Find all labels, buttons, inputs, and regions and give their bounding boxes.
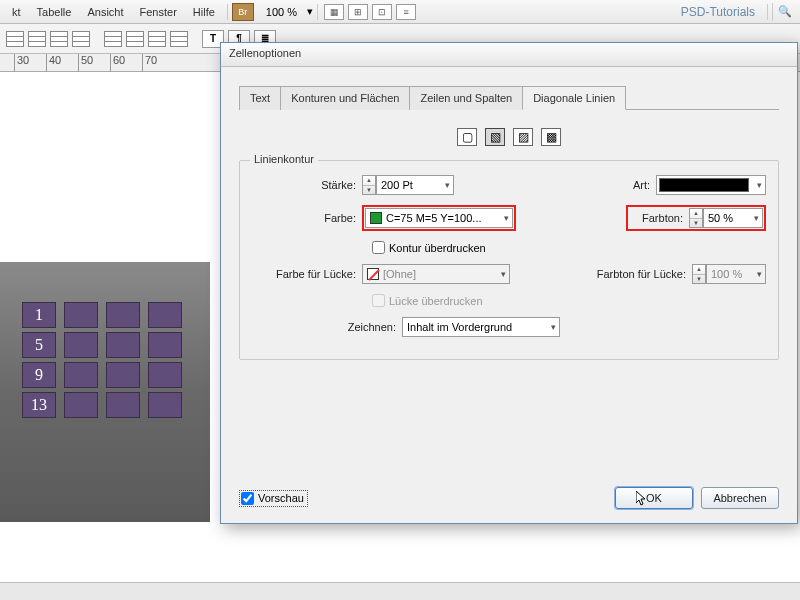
table-row[interactable]: 5 [22, 332, 182, 358]
tab-strip: Text Konturen und Flächen Zeilen und Spa… [239, 85, 779, 110]
ruler-tick: 30 [14, 54, 29, 72]
ruler-tick: 60 [110, 54, 125, 72]
table-cell[interactable]: 1 [22, 302, 56, 328]
zoom-value: 100 % [260, 4, 303, 20]
diag-bltr-icon[interactable]: ▧ [485, 128, 505, 146]
zoom-control[interactable]: 100 % ▾ [260, 4, 313, 20]
separator [317, 4, 318, 20]
table-cell[interactable] [106, 392, 140, 418]
table-cell[interactable] [148, 362, 182, 388]
view-icon-1[interactable]: ▦ [324, 4, 344, 20]
tint-field[interactable]: 50 % [703, 208, 763, 228]
tint-label: Farbton: [629, 212, 689, 224]
draw-label: Zeichnen: [252, 321, 402, 333]
color-swatch [370, 212, 382, 224]
table-cell[interactable] [64, 392, 98, 418]
checkbox-icon[interactable] [372, 241, 385, 254]
menu-item-tabelle[interactable]: Tabelle [29, 2, 80, 22]
view-icon-4[interactable]: ≡ [396, 4, 416, 20]
gap-color-label: Farbe für Lücke: [252, 268, 362, 280]
ruler-tick: 70 [142, 54, 157, 72]
overprint-gap-checkbox: Lücke überdrucken [372, 294, 766, 307]
menu-item-hilfe[interactable]: Hilfe [185, 2, 223, 22]
view-icon-2[interactable]: ⊞ [348, 4, 368, 20]
color-highlight: C=75 M=5 Y=100... [362, 205, 516, 231]
type-label: Art: [556, 179, 656, 191]
gap-tint-spinner: ▲▼ [692, 264, 706, 284]
draw-combo[interactable]: Inhalt im Vordergrund [402, 317, 560, 337]
table-cell[interactable]: 13 [22, 392, 56, 418]
cell-options-dialog: Zellenoptionen Text Konturen und Flächen… [220, 42, 798, 524]
chevron-down-icon: ▾ [307, 5, 313, 18]
dialog-title: Zellenoptionen [221, 43, 797, 67]
diag-tlbr-icon[interactable]: ▨ [513, 128, 533, 146]
ok-button[interactable]: OK [615, 487, 693, 509]
none-swatch [367, 268, 379, 280]
table-cell[interactable] [64, 302, 98, 328]
tab-diagonal-lines[interactable]: Diagonale Linien [522, 86, 626, 110]
weight-spinner[interactable]: ▲▼ [362, 175, 376, 195]
tint-spinner[interactable]: ▲▼ [689, 208, 703, 228]
tab-rows-cols[interactable]: Zeilen und Spalten [409, 86, 523, 110]
table-cell[interactable] [148, 302, 182, 328]
table-cell[interactable] [64, 332, 98, 358]
gap-tint-label: Farbton für Lücke: [572, 268, 692, 280]
gap-color-combo: [Ohne] [362, 264, 510, 284]
separator [767, 4, 768, 20]
align-icon[interactable] [104, 31, 122, 47]
checkbox-icon[interactable] [241, 492, 254, 505]
menu-item-ansicht[interactable]: Ansicht [79, 2, 131, 22]
overprint-stroke-checkbox[interactable]: Kontur überdrucken [372, 241, 766, 254]
table-row[interactable]: 1 [22, 302, 182, 328]
ruler-tick: 50 [78, 54, 93, 72]
table-cell[interactable]: 5 [22, 332, 56, 358]
table-cell[interactable] [148, 332, 182, 358]
gap-tint-field: 100 % [706, 264, 766, 284]
ruler-tick: 40 [46, 54, 61, 72]
weight-combo[interactable]: 200 Pt [376, 175, 454, 195]
tab-strokes-fills[interactable]: Konturen und Flächen [280, 86, 410, 110]
type-combo[interactable] [656, 175, 766, 195]
table-row[interactable]: 9 [22, 362, 182, 388]
align-icon[interactable] [28, 31, 46, 47]
weight-label: Stärke: [252, 179, 362, 191]
checkbox-icon [372, 294, 385, 307]
menu-item-kt[interactable]: kt [4, 2, 29, 22]
align-icon[interactable] [126, 31, 144, 47]
menu-item-fenster[interactable]: Fenster [132, 2, 185, 22]
group-title: Linienkontur [250, 153, 318, 165]
line-stroke-group: Linienkontur Stärke: ▲▼ 200 Pt Art: Farb… [239, 160, 779, 360]
view-icon-3[interactable]: ⊡ [372, 4, 392, 20]
align-icon[interactable] [72, 31, 90, 47]
table-cell[interactable] [106, 362, 140, 388]
table-cell[interactable]: 9 [22, 362, 56, 388]
bridge-button[interactable]: Br [232, 3, 254, 21]
preview-checkbox[interactable]: Vorschau [239, 490, 308, 507]
table-row[interactable]: 13 [22, 392, 182, 418]
color-combo[interactable]: C=75 M=5 Y=100... [365, 208, 513, 228]
align-icon[interactable] [148, 31, 166, 47]
align-icon[interactable] [50, 31, 68, 47]
search-icon[interactable]: 🔍 [772, 3, 796, 21]
horizontal-scrollbar[interactable] [0, 582, 800, 600]
tab-text[interactable]: Text [239, 86, 281, 110]
cancel-button[interactable]: Abbrechen [701, 487, 779, 509]
color-label: Farbe: [252, 212, 362, 224]
stroke-preview [659, 178, 749, 192]
dialog-footer: Vorschau OK Abbrechen [239, 487, 779, 509]
diag-both-icon[interactable]: ▩ [541, 128, 561, 146]
table-cell[interactable] [106, 302, 140, 328]
tint-highlight: Farbton: ▲▼ 50 % [626, 205, 766, 231]
menu-bar: kt Tabelle Ansicht Fenster Hilfe Br 100 … [0, 0, 800, 24]
brand-label: PSD-Tutorials [681, 5, 763, 19]
table-cell[interactable] [106, 332, 140, 358]
align-icon[interactable] [6, 31, 24, 47]
table-cell[interactable] [148, 392, 182, 418]
diag-none-icon[interactable]: ▢ [457, 128, 477, 146]
table-cell[interactable] [64, 362, 98, 388]
diagonal-type-selector: ▢ ▧ ▨ ▩ [239, 128, 779, 146]
align-icon[interactable] [170, 31, 188, 47]
separator [227, 4, 228, 20]
